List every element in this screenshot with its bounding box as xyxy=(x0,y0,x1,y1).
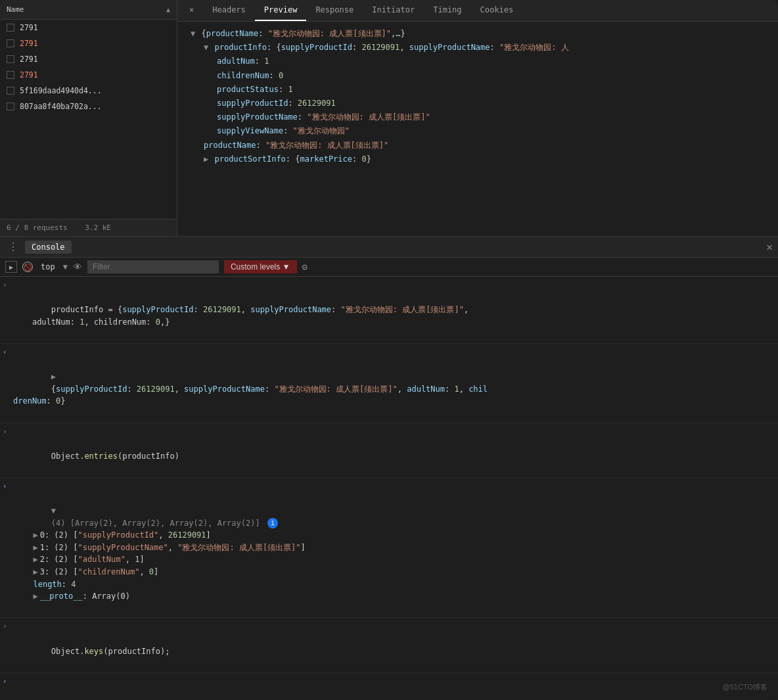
output-arrow: ‹ xyxy=(3,676,7,687)
context-dropdown[interactable]: ▼ xyxy=(63,262,68,271)
console-tab[interactable]: Console xyxy=(25,241,72,254)
expand-arrow-sub[interactable]: ▶ xyxy=(33,530,37,540)
output-arrow: ‹ xyxy=(3,346,7,358)
stop-button[interactable]: 🚫 xyxy=(22,262,33,272)
request-name: 807aa8f40ba702a... xyxy=(20,102,102,111)
json-line: ▶ productSortInfo: {marketPrice: 0} xyxy=(177,152,778,166)
preview-content: ▼ {productName: "雅戈尔动物园: 成人票[须出票]",…} ▼ … xyxy=(177,22,778,236)
json-line: supplyViewName: "雅戈尔动物园" xyxy=(177,124,778,138)
sort-icon: ▲ xyxy=(166,6,170,13)
tab-timing[interactable]: Timing xyxy=(424,0,470,21)
list-item[interactable]: 5f169daad4940d4... xyxy=(0,83,177,99)
json-line: productName: "雅戈尔动物园: 成人票[须出票]" xyxy=(177,139,778,152)
tab-headers[interactable]: Headers xyxy=(203,0,255,21)
console-context[interactable]: top xyxy=(38,261,58,273)
console-text: (4) [Array(2), Array(2), Array(2), Array… xyxy=(13,519,306,601)
gear-button[interactable]: ⚙ xyxy=(302,262,308,272)
tab-preview[interactable]: Preview xyxy=(255,0,307,21)
console-toolbar: ⋮ Console ✕ xyxy=(0,237,778,258)
preview-panel: × Headers Preview Response Initiator Tim… xyxy=(177,0,778,236)
expand-arrow-proto[interactable]: ▶ xyxy=(33,592,37,601)
list-item[interactable]: 2791 xyxy=(0,35,177,51)
custom-levels-button[interactable]: Custom levels ▼ xyxy=(224,260,297,273)
request-checkbox[interactable] xyxy=(7,103,14,110)
console-entry-input: › Object.keys(productInfo); xyxy=(0,618,778,672)
console-entry-input: › productInfo = {supplyProductId: 261290… xyxy=(0,277,778,344)
input-arrow: › xyxy=(3,279,7,291)
requests-size: 3.2 kE xyxy=(85,223,111,232)
requests-list: Name ▲ 2791 2791 2791 2791 5f169daad4 xyxy=(0,0,177,236)
expand-arrow-sub[interactable]: ▶ xyxy=(33,543,37,552)
play-button[interactable]: ▶ xyxy=(5,261,17,273)
json-line: ▼ productInfo: {supplyProductId: 2612909… xyxy=(177,41,778,55)
console-text: Object.keys(productInfo); xyxy=(51,647,170,656)
output-arrow: ‹ xyxy=(3,480,7,492)
expand-arrow[interactable]: ▼ xyxy=(191,29,195,38)
console-entry-output: ‹ ▶ (4) ["supplyProductId", "supplyProdu… xyxy=(0,673,778,700)
info-badge: i xyxy=(267,518,278,528)
eye-button[interactable]: 👁 xyxy=(73,262,82,272)
input-arrow: › xyxy=(3,426,7,437)
network-panel: Name ▲ 2791 2791 2791 2791 5f169daad4 xyxy=(0,0,778,237)
expand-arrow[interactable]: ▼ xyxy=(204,43,208,52)
console-text: Object.entries(productInfo) xyxy=(51,452,179,461)
requests-count: 6 / 8 requests xyxy=(7,223,68,232)
request-checkbox[interactable] xyxy=(7,71,14,79)
console-entry-input: › Object.entries(productInfo) xyxy=(0,423,778,478)
list-item[interactable]: 807aa8f40ba702a... xyxy=(0,99,177,114)
requests-header-name: Name xyxy=(7,5,166,14)
list-item[interactable]: 2791 xyxy=(0,51,177,67)
expand-arrow-sub[interactable]: ▶ xyxy=(33,555,37,564)
tab-response[interactable]: Response xyxy=(306,0,363,21)
list-item[interactable]: 2791 xyxy=(0,20,177,35)
console-dots-button[interactable]: ⋮ xyxy=(5,239,21,254)
tab-cookies[interactable]: Cookies xyxy=(471,0,523,21)
console-bar: ▶ 🚫 top ▼ 👁 Custom levels ▼ ⚙ xyxy=(0,258,778,277)
console-toolbar-right: ✕ xyxy=(766,241,773,253)
request-checkbox[interactable] xyxy=(7,24,14,32)
request-name: 2791 xyxy=(20,39,38,48)
devtools-container: Name ▲ 2791 2791 2791 2791 5f169daad4 xyxy=(0,0,778,700)
requests-footer: 6 / 8 requests 3.2 kE xyxy=(0,219,177,236)
json-line: productStatus: 1 xyxy=(177,83,778,97)
request-checkbox[interactable] xyxy=(7,87,14,95)
json-line: supplyProductName: "雅戈尔动物园: 成人票[须出票]" xyxy=(177,110,778,124)
expand-arrow[interactable]: ▶ xyxy=(51,372,56,381)
console-text: productInfo = {supplyProductId: 26129091… xyxy=(13,305,469,327)
tab-initiator[interactable]: Initiator xyxy=(363,0,424,21)
request-name: 2791 xyxy=(20,55,38,64)
requests-header: Name ▲ xyxy=(0,0,177,20)
input-arrow: › xyxy=(3,620,7,632)
console-output: › productInfo = {supplyProductId: 261290… xyxy=(0,277,778,700)
request-name: 5f169daad4940d4... xyxy=(20,86,102,95)
console-close-button[interactable]: ✕ xyxy=(766,241,773,253)
tab-close-x[interactable]: × xyxy=(180,0,203,21)
request-checkbox[interactable] xyxy=(7,39,14,47)
console-panel: ⋮ Console ✕ ▶ 🚫 top ▼ 👁 Custom levels ▼ … xyxy=(0,237,778,700)
expand-arrow-sub[interactable]: ▶ xyxy=(33,567,37,576)
request-name: 2791 xyxy=(20,70,38,80)
json-line: supplyProductId: 26129091 xyxy=(177,97,778,110)
expand-arrow[interactable]: ▼ xyxy=(51,506,56,515)
console-filter-input[interactable] xyxy=(87,260,219,273)
json-line: childrenNum: 0 xyxy=(177,69,778,83)
console-entry-output: ‹ ▼ (4) [Array(2), Array(2), Array(2), A… xyxy=(0,478,778,618)
list-item[interactable]: 2791 xyxy=(0,67,177,83)
json-line: ▼ {productName: "雅戈尔动物园: 成人票[须出票]",…} xyxy=(177,27,778,41)
console-text: {supplyProductId: 26129091, supplyProduc… xyxy=(13,385,488,406)
request-checkbox[interactable] xyxy=(7,55,14,63)
request-name: 2791 xyxy=(20,23,38,32)
preview-tabs: × Headers Preview Response Initiator Tim… xyxy=(177,0,778,22)
watermark: @51CTO博客 xyxy=(723,682,767,692)
expand-arrow[interactable]: ▶ xyxy=(204,154,208,164)
json-line: adultNum: 1 xyxy=(177,55,778,68)
console-entry-output: ‹ ▶ {supplyProductId: 26129091, supplyPr… xyxy=(0,344,778,423)
